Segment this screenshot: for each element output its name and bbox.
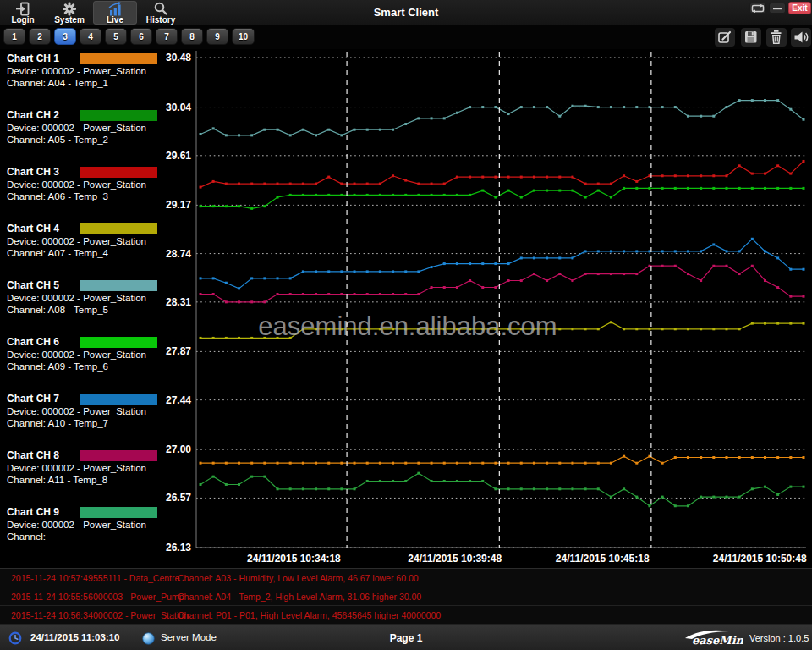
- exit-button[interactable]: Exit: [788, 2, 811, 14]
- alarm-row[interactable]: 2015-11-24 10:56:34 000002 - Power_Stati…: [0, 606, 812, 625]
- series-point: [584, 273, 587, 275]
- series-point: [302, 129, 304, 131]
- tab-8[interactable]: 8: [181, 28, 203, 45]
- tab-4[interactable]: 4: [80, 28, 102, 45]
- series-point: [481, 286, 484, 289]
- tab-10[interactable]: 10: [232, 28, 255, 45]
- series-point: [712, 496, 715, 499]
- live-trend-chart: 30.4830.0429.6129.1728.7428.3127.8727.44…: [165, 49, 812, 568]
- series-point: [327, 194, 330, 196]
- channel-color-swatch: [80, 394, 157, 405]
- series-point: [354, 183, 356, 185]
- series-point: [700, 115, 702, 118]
- series-point: [546, 462, 548, 465]
- series-point: [494, 286, 497, 289]
- series-point: [366, 183, 369, 185]
- series-point: [238, 287, 240, 289]
- series-point: [277, 129, 279, 131]
- tab-9[interactable]: 9: [206, 28, 228, 45]
- series-point: [687, 187, 689, 190]
- series-point: [635, 273, 638, 275]
- series-point: [661, 462, 664, 465]
- series-point: [443, 262, 446, 265]
- series-point: [687, 250, 689, 252]
- series-point: [674, 106, 677, 108]
- series-point: [225, 483, 228, 486]
- series-point: [687, 115, 689, 118]
- tab-5[interactable]: 5: [105, 28, 127, 45]
- series-point: [456, 112, 458, 114]
- series-point: [315, 270, 317, 273]
- series-point: [776, 493, 779, 496]
- series-point: [263, 277, 266, 279]
- series-point: [610, 196, 612, 199]
- series-point: [751, 99, 754, 102]
- series-point: [558, 462, 561, 465]
- series-point: [250, 183, 253, 185]
- nav-login-label: Login: [11, 16, 34, 25]
- series-point: [481, 262, 484, 265]
- series-point: [623, 174, 625, 177]
- series-point: [712, 265, 715, 267]
- series-point: [789, 108, 792, 111]
- alarm-row[interactable]: 2015-11-24 10:55:56 000003 - Power_Pump …: [0, 587, 812, 606]
- minimize-button[interactable]: [769, 3, 786, 14]
- series-point: [431, 194, 433, 196]
- series-point: [469, 106, 471, 108]
- series-point: [571, 176, 573, 179]
- sound-button[interactable]: [791, 28, 811, 47]
- nav-history-label: History: [146, 16, 175, 25]
- series-point: [238, 205, 240, 207]
- series-point: [546, 106, 548, 108]
- series-point: [674, 250, 677, 252]
- series-point: [584, 488, 587, 490]
- series-point: [674, 265, 677, 267]
- y-axis-label: 29.17: [166, 199, 191, 211]
- series-point: [751, 187, 754, 190]
- series-point: [623, 455, 625, 458]
- series-point: [225, 183, 228, 185]
- series-point: [404, 270, 407, 273]
- save-button[interactable]: [741, 28, 761, 47]
- series-point: [597, 183, 600, 185]
- series-point: [751, 322, 754, 325]
- series-point: [456, 262, 458, 265]
- series-point: [392, 174, 394, 177]
- series-point: [354, 270, 356, 273]
- series-point: [687, 174, 689, 177]
- edit-button[interactable]: [715, 28, 735, 47]
- series-point: [584, 183, 587, 185]
- channel-color-swatch: [80, 507, 157, 518]
- switch-window-button[interactable]: [749, 3, 766, 14]
- series-point: [661, 328, 664, 330]
- series-point: [481, 462, 484, 465]
- series-point: [635, 180, 638, 183]
- series-point: [379, 480, 381, 482]
- series-point: [443, 462, 446, 465]
- alarm-message: Channel: A04 - Temp_2, High Level Alarm,…: [178, 592, 812, 602]
- nav-live[interactable]: Live: [93, 1, 137, 25]
- series-line-A08 - Temp_5: [200, 101, 804, 135]
- series-point: [238, 462, 240, 465]
- y-axis-label: 28.74: [166, 248, 191, 260]
- series-point: [277, 462, 279, 465]
- tab-1[interactable]: 1: [3, 28, 25, 45]
- series-point: [533, 190, 535, 192]
- series-point: [764, 173, 766, 175]
- nav-system[interactable]: System: [47, 1, 91, 25]
- tab-2[interactable]: 2: [29, 28, 51, 45]
- nav-history[interactable]: History: [139, 1, 183, 25]
- nav-login[interactable]: Login: [2, 1, 44, 25]
- delete-button[interactable]: [766, 28, 787, 47]
- tab-3[interactable]: 3: [54, 28, 76, 45]
- series-point: [546, 488, 548, 490]
- alarm-row[interactable]: 2015-11-24 10:57:49 555111 - Data_Centre…: [0, 569, 812, 587]
- series-point: [623, 488, 625, 490]
- tab-7[interactable]: 7: [156, 28, 178, 45]
- tab-6[interactable]: 6: [130, 28, 152, 45]
- series-point: [366, 480, 369, 482]
- series-point: [443, 480, 446, 482]
- series-point: [751, 265, 754, 267]
- series-point: [277, 183, 279, 185]
- series-point: [392, 194, 394, 196]
